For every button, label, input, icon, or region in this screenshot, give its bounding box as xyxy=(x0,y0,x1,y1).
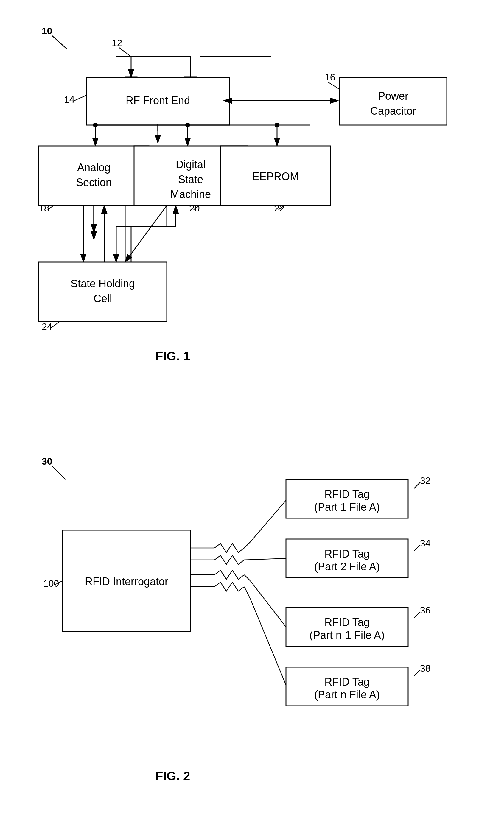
rfid-tag1-label: RFID Tag xyxy=(324,488,369,500)
digital-sm-label2: State xyxy=(178,173,203,186)
figure-1-container: 10 12 14 RF Front End 16 Power Capa xyxy=(24,18,485,429)
svg-line-42 xyxy=(414,612,420,618)
state-holding-cell-box xyxy=(39,262,167,322)
figure-2-svg: 30 100 RFID Interrogator 32 RFID Tag (Pa… xyxy=(24,447,485,810)
svg-line-48 xyxy=(244,558,286,560)
rfid-interrogator-label: RFID Interrogator xyxy=(85,575,168,587)
rfid-tag1-label2: (Part 1 File A) xyxy=(314,501,380,513)
fig1-shc-ref: 24 xyxy=(42,321,53,332)
shc-label: State Holding xyxy=(71,278,135,290)
fig1-antenna-ref: 12 xyxy=(112,37,122,48)
rf-front-end-label: RF Front End xyxy=(126,94,190,107)
svg-line-38 xyxy=(52,466,66,479)
fig1-eep-ref: 22 xyxy=(274,203,285,214)
svg-line-11 xyxy=(73,95,86,101)
fig1-dsm-ref: 20 xyxy=(189,203,200,214)
svg-line-54 xyxy=(250,599,286,685)
rfid-tag3-label: RFID Tag xyxy=(324,616,369,628)
rfid-tag4-label2: (Part n File A) xyxy=(314,689,380,701)
svg-line-46 xyxy=(250,500,286,542)
power-capacitor-label2: Capacitor xyxy=(370,105,416,117)
digital-sm-label3: Machine xyxy=(170,188,211,200)
rfid-tag2-label2: (Part 2 File A) xyxy=(314,561,380,573)
svg-line-4 xyxy=(119,47,131,57)
zigzag3 xyxy=(215,570,244,579)
fig1-rf-ref: 14 xyxy=(64,94,75,105)
analog-section-label2: Section xyxy=(76,176,112,189)
zigzag4 xyxy=(215,582,244,591)
fig1-caption: FIG. 1 xyxy=(156,349,190,363)
fig1-pc-ref: 16 xyxy=(325,72,336,83)
svg-line-45 xyxy=(244,542,250,548)
svg-line-3 xyxy=(52,36,67,49)
fig2-t4-ref: 38 xyxy=(420,663,431,674)
digital-sm-label: Digital xyxy=(176,158,206,171)
figure-1-svg: 10 12 14 RF Front End 16 Power Capa xyxy=(24,18,485,429)
fig2-t1-ref: 32 xyxy=(420,475,431,486)
fig2-caption: FIG. 2 xyxy=(156,769,190,783)
svg-line-41 xyxy=(414,545,420,551)
fig2-t2-ref: 34 xyxy=(420,538,431,549)
zigzag2 xyxy=(215,555,244,564)
rfid-tag4-label: RFID Tag xyxy=(324,676,369,688)
svg-line-53 xyxy=(244,587,250,599)
svg-line-40 xyxy=(414,482,420,488)
rfid-tag2-label: RFID Tag xyxy=(324,548,369,560)
svg-line-12 xyxy=(328,82,340,89)
figure-2-container: 30 100 RFID Interrogator 32 RFID Tag (Pa… xyxy=(24,447,485,810)
page: 10 12 14 RF Front End 16 Power Capa xyxy=(0,0,504,830)
eeprom-label: EEPROM xyxy=(252,170,299,183)
analog-section-box xyxy=(39,146,149,205)
svg-line-50 xyxy=(244,575,250,581)
zigzag1 xyxy=(215,543,244,552)
fig2-t3-ref: 36 xyxy=(420,605,431,615)
rfid-tag3-label2: (Part n-1 File A) xyxy=(310,629,384,641)
svg-line-43 xyxy=(414,670,420,676)
fig1-diagram-label: 10 xyxy=(42,26,53,36)
analog-section-label: Analog xyxy=(77,161,111,173)
fig2-diagram-label: 30 xyxy=(42,456,53,467)
fig1-as-ref: 18 xyxy=(39,203,50,214)
shc-label2: Cell xyxy=(94,292,112,305)
power-capacitor-label: Power xyxy=(378,90,408,102)
svg-line-51 xyxy=(250,581,286,627)
